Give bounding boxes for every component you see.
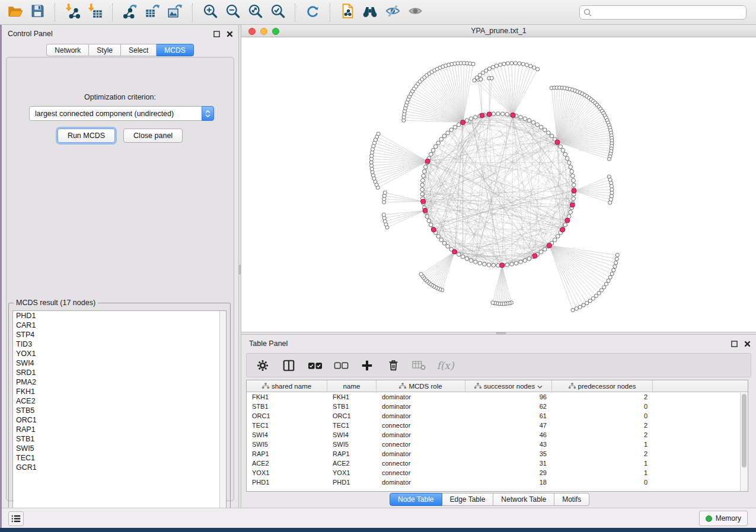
export-table-button[interactable] (141, 2, 164, 23)
select-all-rows-button[interactable] (306, 357, 324, 374)
mcds-result-item[interactable]: RAP1 (13, 425, 226, 434)
mcds-result-item[interactable]: SWI5 (13, 444, 226, 453)
deselect-all-rows-button[interactable] (332, 357, 350, 374)
optimization-criterion-select[interactable]: largest connected component (undirected) (29, 106, 214, 121)
show-detail-button[interactable] (404, 2, 426, 23)
table-row[interactable]: SWI4SWI4dominator462 (247, 430, 748, 440)
select-stepper-icon (202, 106, 214, 121)
table-cell: 35 (465, 449, 552, 459)
import-table-button[interactable] (84, 2, 106, 23)
mcds-result-item[interactable]: SRD1 (13, 368, 226, 377)
clone-network-button[interactable] (336, 2, 359, 23)
mcds-result-item[interactable]: SWI4 (13, 358, 226, 368)
tab-motifs[interactable]: Motifs (554, 493, 589, 506)
mcds-result-item[interactable]: GCR1 (13, 463, 226, 472)
table-cell: RAP1 (247, 449, 327, 459)
table-cell: ORC1 (327, 411, 377, 421)
zoom-selected-icon (270, 3, 286, 21)
table-cell: 2 (552, 449, 653, 459)
table-row[interactable]: PHD1PHD1dominator180 (247, 477, 748, 487)
float-panel-button[interactable] (213, 30, 221, 38)
control-panel-title: Control Panel (8, 30, 53, 38)
export-image-icon (167, 3, 183, 21)
mcds-result-item[interactable]: YOX1 (13, 349, 226, 358)
table-scrollbar-thumb[interactable] (742, 394, 747, 467)
mcds-list-scrollbar[interactable] (219, 311, 226, 518)
table-scrollbar[interactable] (740, 393, 748, 492)
mcds-result-item[interactable]: ACE2 (13, 396, 226, 406)
zoom-in-button[interactable] (199, 2, 221, 23)
mcds-result-item[interactable]: STB5 (13, 406, 226, 415)
close-panel-button[interactable] (226, 30, 234, 38)
show-columns-button[interactable] (280, 357, 298, 374)
tab-network-table[interactable]: Network Table (493, 493, 554, 506)
horizontal-splitter-grip[interactable] (496, 332, 506, 334)
memory-button[interactable]: Memory (699, 511, 748, 526)
table-cell: PHD1 (327, 477, 377, 487)
column-type-icon (474, 383, 481, 390)
mcds-result-item[interactable]: TEC1 (13, 453, 226, 463)
table-row[interactable]: FKH1FKH1dominator962 (247, 392, 748, 402)
table-row[interactable]: STB1STB1dominator620 (247, 402, 748, 411)
tab-mcds[interactable]: MCDS (157, 44, 193, 56)
hide-detail-button[interactable] (381, 2, 404, 23)
table-row[interactable]: YOX1YOX1connector291 (247, 468, 748, 477)
mcds-result-items: PHD1CAR1STP4TID3YOX1SWI4SRD1PMA2FKH1ACE2… (13, 311, 226, 472)
column-header-name[interactable]: name (327, 380, 377, 392)
vertical-splitter-grip[interactable] (239, 265, 241, 274)
binoculars-icon (362, 3, 378, 22)
tab-node-table[interactable]: Node Table (390, 493, 442, 506)
table-row[interactable]: ORC1ORC1dominator610 (247, 411, 748, 421)
eye-icon (407, 3, 423, 21)
task-history-button[interactable] (8, 511, 24, 526)
search-input[interactable] (579, 5, 747, 20)
tab-edge-table[interactable]: Edge Table (442, 493, 494, 506)
export-network-button[interactable] (119, 2, 141, 23)
save-session-button[interactable] (26, 2, 49, 23)
find-button[interactable] (359, 2, 381, 23)
delete-column-button[interactable] (384, 357, 402, 374)
tab-style[interactable]: Style (89, 44, 121, 56)
mcds-result-item[interactable]: CAR1 (13, 321, 226, 330)
table-row[interactable]: RAP1RAP1dominator352 (247, 449, 748, 459)
column-header-predecessor-nodes[interactable]: predecessor nodes (552, 380, 653, 392)
tab-select[interactable]: Select (121, 44, 157, 56)
delete-table-button[interactable] (410, 357, 428, 374)
mcds-result-item[interactable]: PMA2 (13, 377, 226, 387)
open-file-button[interactable] (4, 2, 26, 23)
table-row[interactable]: TEC1TEC1connector472 (247, 421, 748, 430)
zoom-fit-button[interactable] (244, 2, 266, 23)
add-column-button[interactable] (358, 357, 376, 374)
mcds-result-item[interactable]: FKH1 (13, 387, 226, 396)
table-row[interactable]: ACE2ACE2connector311 (247, 459, 748, 468)
mcds-result-item[interactable]: STB1 (13, 434, 226, 444)
close-panel-action-button[interactable]: Close panel (123, 129, 183, 143)
column-header-successor-nodes[interactable]: successor nodes (465, 380, 552, 392)
table-row[interactable]: SWI5SWI5connector431 (247, 440, 748, 449)
column-header-shared-name[interactable]: shared name (247, 380, 327, 392)
zoom-selected-button[interactable] (266, 2, 289, 23)
float-table-panel-button[interactable] (731, 340, 738, 348)
column-label: name (343, 383, 361, 390)
column-header-MCDS-role[interactable]: MCDS role (377, 380, 465, 392)
table-cell: 1 (552, 459, 653, 468)
zoom-out-button[interactable] (221, 2, 244, 23)
close-table-panel-button[interactable] (744, 340, 751, 348)
mcds-result-item[interactable]: ORC1 (13, 415, 226, 425)
mcds-result-item[interactable]: PHD1 (13, 311, 226, 321)
table-cell: ACE2 (247, 459, 327, 468)
mcds-result-list: PHD1CAR1STP4TID3YOX1SWI4SRD1PMA2FKH1ACE2… (12, 310, 227, 519)
network-canvas[interactable] (241, 37, 756, 332)
export-image-button[interactable] (164, 2, 186, 23)
refresh-button[interactable] (301, 2, 324, 23)
mcds-result-item[interactable]: TID3 (13, 339, 226, 349)
import-network-button[interactable] (61, 2, 84, 23)
table-cell: 0 (552, 477, 653, 487)
mcds-result-item[interactable]: STP4 (13, 330, 226, 339)
table-cell: ORC1 (247, 411, 327, 421)
table-cell: 1 (552, 440, 653, 449)
run-mcds-button[interactable]: Run MCDS (58, 129, 115, 143)
function-builder-button[interactable]: f(x) (436, 357, 454, 374)
tab-network[interactable]: Network (46, 44, 89, 56)
table-options-button[interactable] (254, 357, 272, 374)
